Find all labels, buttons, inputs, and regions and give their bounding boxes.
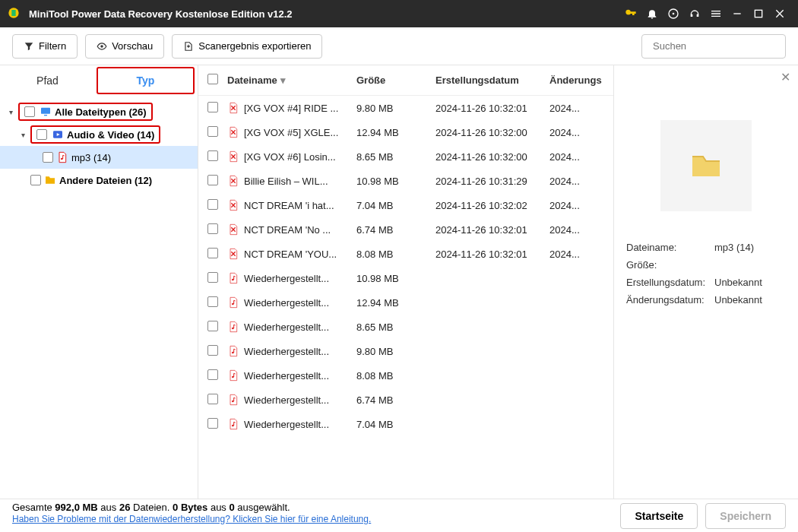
file-icon [227,296,239,309]
sort-icon: ▾ [280,74,286,86]
file-created: 2024-11-26 10:32:01 [435,249,549,260]
tree-mp3[interactable]: mp3 (14) [0,146,198,169]
file-modified: 2024... [549,249,595,260]
maximize-icon[interactable] [748,3,769,24]
value-name: mp3 (14) [714,242,786,253]
row-checkbox[interactable] [207,394,218,404]
row-checkbox[interactable] [207,345,218,356]
disc-icon[interactable] [663,3,684,24]
app-logo-icon [8,7,21,21]
search-input[interactable] [653,40,781,52]
checkbox[interactable] [24,106,35,117]
col-header-created[interactable]: Erstellungsdatum [435,74,549,86]
table-row[interactable]: Wiederhergestellt...12.94 MB [198,290,613,315]
value-size [714,259,786,271]
col-header-name[interactable]: Dateiname▾ [227,74,356,86]
monitor-icon [40,106,52,118]
row-checkbox[interactable] [207,248,218,258]
close-details-icon[interactable]: ✕ [781,70,790,84]
file-size: 8.08 MB [356,370,435,382]
table-row[interactable]: [XG VOX #4] RIDE ...9.80 MB2024-11-26 10… [198,96,613,120]
row-checkbox[interactable] [207,272,218,283]
filter-button[interactable]: Filtern [12,34,78,59]
file-name: Wiederhergestellt... [244,370,329,382]
tree-all-types[interactable]: Alle Dateitypen (26) [0,100,198,123]
row-checkbox[interactable] [207,126,218,137]
export-label: Scanergebnis exportieren [198,40,311,52]
table-row[interactable]: Wiederhergestellt...7.04 MB [198,412,613,436]
file-icon [227,394,239,406]
grid-body[interactable]: [XG VOX #4] RIDE ...9.80 MB2024-11-26 10… [198,96,613,499]
row-checkbox[interactable] [207,199,218,210]
tree-label: Andere Dateien (12) [59,175,152,186]
select-all-checkbox[interactable] [207,74,218,84]
tab-path[interactable]: Pfad [0,65,95,96]
col-header-size[interactable]: Größe [356,74,435,86]
table-row[interactable]: NCT DREAM 'i hat...7.04 MB2024-11-26 10:… [198,193,613,217]
tree-label: Alle Dateitypen (26) [55,106,147,118]
row-checkbox[interactable] [207,150,218,161]
key-icon[interactable] [620,3,641,24]
checkbox[interactable] [30,175,41,185]
file-size: 12.94 MB [356,297,435,309]
search-box[interactable] [641,34,786,59]
audio-file-icon [56,151,68,163]
file-icon [227,248,239,260]
file-created: 2024-11-26 10:32:01 [435,224,549,236]
label-modified: Änderungsdatum: [626,294,714,306]
bell-icon[interactable] [641,3,663,24]
chevron-down-icon[interactable] [6,108,15,116]
table-row[interactable]: Billie Eilish – WIL...10.98 MB2024-11-26… [198,169,613,193]
sidebar: Pfad Typ Alle Dateitypen (26) Audio & Vi… [0,65,198,499]
row-checkbox[interactable] [207,321,218,331]
close-icon[interactable] [769,3,790,24]
file-size: 7.04 MB [356,419,435,430]
checkbox[interactable] [36,129,47,140]
tree-other-files[interactable]: Andere Dateien (12) [0,169,198,192]
table-row[interactable]: NCT DREAM 'No ...6.74 MB2024-11-26 10:32… [198,217,613,242]
col-header-modified[interactable]: Änderungs [549,74,595,86]
tree-audio-video[interactable]: Audio & Video (14) [0,123,198,146]
file-icon [227,369,239,382]
headphones-icon[interactable] [684,3,705,24]
row-checkbox[interactable] [207,418,218,429]
tree-label: mp3 (14) [71,152,111,163]
tree-label: Audio & Video (14) [67,129,154,141]
home-button[interactable]: Startseite [620,503,698,529]
table-row[interactable]: Wiederhergestellt...8.08 MB [198,363,613,388]
row-checkbox[interactable] [207,223,218,234]
table-row[interactable]: Wiederhergestellt...6.74 MB [198,388,613,412]
table-row[interactable]: [XG VOX #6] Losin...8.65 MB2024-11-26 10… [198,144,613,169]
tab-type[interactable]: Typ [97,67,195,94]
table-row[interactable]: Wiederhergestellt...8.65 MB [198,315,613,339]
menu-icon[interactable] [705,3,727,24]
file-icon [227,223,239,236]
file-created: 2024-11-26 10:31:29 [435,176,549,187]
file-created: 2024-11-26 10:32:00 [435,127,549,138]
preview-thumbnail [660,120,752,211]
window-title: MiniTool Power Data Recovery Kostenlose … [29,8,620,20]
table-row[interactable]: Wiederhergestellt...10.98 MB [198,266,613,290]
preview-button[interactable]: Vorschau [85,34,164,59]
file-size: 8.08 MB [356,249,435,260]
value-created: Unbekannt [714,277,786,288]
table-row[interactable]: Wiederhergestellt...9.80 MB [198,339,613,363]
save-button[interactable]: Speichern [705,503,786,529]
eye-icon [97,41,107,52]
file-name: [XG VOX #5] XGLE... [244,127,338,138]
minimize-icon[interactable] [727,3,748,24]
table-row[interactable]: NCT DREAM 'YOU...8.08 MB2024-11-26 10:32… [198,242,613,266]
checkbox[interactable] [43,152,53,163]
file-size: 8.65 MB [356,151,435,163]
value-modified: Unbekannt [714,294,786,306]
row-checkbox[interactable] [207,296,218,307]
row-checkbox[interactable] [207,175,218,185]
export-button[interactable]: Scanergebnis exportieren [172,34,322,59]
help-link[interactable]: Haben Sie Probleme mit der Datenwiederhe… [12,514,371,524]
row-checkbox[interactable] [207,369,218,380]
svg-point-6 [100,45,103,48]
file-icon [227,272,239,284]
row-checkbox[interactable] [207,102,218,112]
table-row[interactable]: [XG VOX #5] XGLE...12.94 MB2024-11-26 10… [198,120,613,144]
chevron-down-icon[interactable] [18,131,27,139]
